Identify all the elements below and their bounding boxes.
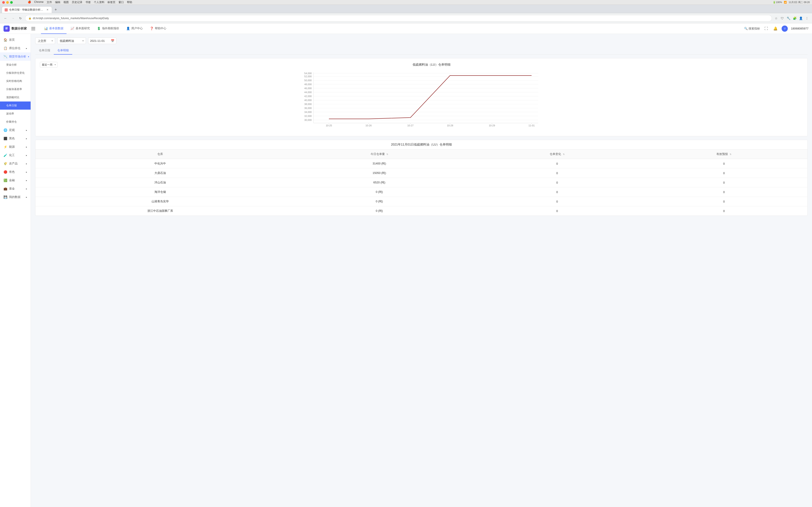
back-btn[interactable]: ← (3, 15, 8, 21)
reload-btn[interactable]: ↻ (18, 15, 23, 21)
sidebar-item-rise-fall[interactable]: 涨跌幅对比 (0, 93, 31, 102)
mac-chrome-menu[interactable]: Chrome (34, 0, 44, 4)
svg-text:11-01: 11-01 (528, 124, 535, 127)
nav-item-basic-data[interactable]: 📊 基本面数据 (41, 23, 66, 34)
sidebar-group-energy[interactable]: ⚡ 能源 ▸ (0, 143, 31, 151)
sidebar-item-warehouse-daily[interactable]: 仓单日报 (0, 102, 31, 110)
new-tab-btn[interactable]: + (53, 7, 59, 12)
black-icon: ⬛ (4, 137, 7, 140)
sidebar-group-agri[interactable]: 🌾 农产品 ▸ (0, 159, 31, 168)
mac-view-menu[interactable]: 视图 (63, 0, 69, 4)
mac-file-menu[interactable]: 文件 (47, 0, 52, 4)
mac-tabs-menu[interactable]: 标签页 (107, 0, 115, 4)
exchange-filter[interactable]: 上交所 大商所 郑商所 中金所 ▼ (35, 38, 55, 44)
chart-line (329, 75, 531, 119)
mac-minimize-btn[interactable] (6, 1, 9, 4)
sort-forecast-icon[interactable]: ⇅ (729, 153, 731, 156)
macro-icon: 🌐 (4, 128, 7, 132)
cell-change-2: 0 (474, 178, 641, 187)
finance-icon: 💹 (4, 178, 7, 182)
mac-fullscreen-btn[interactable] (10, 1, 13, 4)
table-title: 2021年11月01日低硫燃料油（LU）仓单明细 (36, 140, 807, 150)
sidebar-group-fund[interactable]: 💼 基金 ▸ (0, 184, 31, 193)
sidebar-group-black[interactable]: ⬛ 黑色 ▸ (0, 134, 31, 143)
fullscreen-btn[interactable]: ⛶ (763, 25, 769, 32)
sidebar-group-positions[interactable]: 📋 席位持仓 ▸ (0, 44, 31, 52)
sidebar-item-volatility[interactable]: 波动率 (0, 110, 31, 118)
cell-warehouse-3: 海洋仓储 (36, 187, 285, 197)
period-select-wrap[interactable]: 最近一周 最近一月 最近三月 ▼ (40, 62, 57, 68)
calendar-icon[interactable]: 📅 (111, 39, 114, 43)
sidebar-group-metals[interactable]: 🔴 有色 ▸ (0, 168, 31, 176)
sidebar-group-finance[interactable]: 💹 金融 ▸ (0, 176, 31, 184)
metals-chevron: ▸ (26, 171, 27, 173)
sidebar-group-chemical[interactable]: 🧪 化工 ▸ (0, 151, 31, 159)
mac-help-menu[interactable]: 帮助 (127, 0, 132, 4)
forward-btn[interactable]: → (10, 15, 16, 21)
nav-item-user[interactable]: 👤 用户中心 (123, 23, 146, 34)
user-avatar[interactable]: U (781, 25, 788, 32)
mac-edit-menu[interactable]: 编辑 (55, 0, 60, 4)
app-container: 析 数据分析家 📊 基本面数据 📈 基本面研究 💲 场外期权报价 👤 用 (0, 23, 812, 507)
cell-today-qty-2: 6520 (吨) (285, 178, 474, 187)
mac-close-btn[interactable] (2, 1, 5, 4)
shield-icon[interactable]: 🛡 (780, 16, 785, 21)
nav-item-help[interactable]: ❓ 帮助中心 (147, 23, 169, 34)
col-warehouse: 仓库 (36, 150, 285, 159)
nav-basic-data-icon: 📊 (44, 26, 48, 30)
profile-icon[interactable]: 👤 (798, 16, 803, 21)
sidebar-item-price-volume[interactable]: 价量持仓 (0, 118, 31, 126)
mac-profile-menu[interactable]: 个人资料 (94, 0, 104, 4)
mac-window-controls[interactable] (2, 1, 13, 4)
menu-icon[interactable]: ⋮ (805, 16, 809, 21)
svg-text:44,000: 44,000 (304, 91, 312, 94)
commodity-filter[interactable]: 低硫燃料油 螺纹钢 原油 天然橡胶 ▼ (57, 38, 86, 44)
sort-change-icon[interactable]: ⇅ (563, 153, 565, 156)
sidebar-group-mydata[interactable]: 💾 我的数据 ▸ (0, 193, 31, 201)
tab-close-btn[interactable]: ✕ (46, 8, 49, 12)
sidebar-item-sector-change[interactable]: 分板块持仓变化 (0, 69, 31, 77)
exchange-select[interactable]: 上交所 大商所 郑商所 中金所 (35, 38, 55, 44)
commodity-select[interactable]: 低硫燃料油 螺纹钢 原油 天然橡胶 (57, 38, 86, 44)
cell-warehouse-1: 大鼎石油 (36, 168, 285, 178)
nav-logo: 析 数据分析家 (4, 25, 27, 32)
sidebar-group-macro[interactable]: 🌐 宏观 ▸ (0, 126, 31, 134)
sidebar-item-capital[interactable]: 资金分析 (0, 61, 31, 69)
chrome-active-tab[interactable]: 仓单日报 - 华融达数据分析系统 ✕ (2, 6, 52, 13)
date-filter[interactable]: 📅 (88, 38, 116, 44)
nav-item-options[interactable]: 💲 场外期权报价 (94, 23, 122, 34)
data-table: 仓库 今日仓单量 ⇅ 仓单变化 ⇅ 有效预报 (36, 150, 807, 216)
mac-window-menu[interactable]: 窗口 (118, 0, 124, 4)
svg-text:10-25: 10-25 (326, 124, 332, 127)
toolbar-icons: ☆ 🛡 🔧 🧩 👤 ⋮ (774, 16, 809, 21)
extension-icon2[interactable]: 🧩 (792, 16, 797, 21)
period-select[interactable]: 最近一周 最近一月 最近三月 (40, 62, 57, 68)
col-change: 仓单变化 ⇅ (474, 150, 641, 159)
url-text: dt.hrrdqh.com/analysis_futures_markets/W… (33, 17, 109, 20)
nav-help-icon: ❓ (150, 26, 154, 30)
mac-bookmarks-menu[interactable]: 书签 (86, 0, 91, 4)
notification-btn[interactable]: 🔔 (772, 25, 778, 32)
nav-item-research[interactable]: 📈 基本面研究 (67, 23, 93, 34)
svg-text:10-29: 10-29 (489, 124, 495, 127)
sidebar-item-basis-rate[interactable]: 分板块基差率 (0, 85, 31, 93)
tab-daily-detail[interactable]: 仓单明细 (54, 47, 72, 55)
mac-history-menu[interactable]: 历史记录 (72, 0, 83, 4)
agri-chevron: ▸ (26, 163, 27, 165)
extension-icon1[interactable]: 🔧 (786, 16, 791, 21)
sidebar-item-price-structure[interactable]: 实时价格结构 (0, 77, 31, 85)
svg-text:30,000: 30,000 (304, 119, 312, 121)
nav-hamburger-btn[interactable] (31, 25, 38, 32)
mydata-chevron: ▸ (26, 196, 27, 199)
svg-text:42,000: 42,000 (304, 95, 312, 98)
mac-apple-menu[interactable]: 🍎 (28, 0, 31, 4)
sidebar-item-home[interactable]: 🏠 首页 (0, 36, 31, 44)
url-bar[interactable]: 🔒 dt.hrrdqh.com/analysis_futures_markets… (25, 15, 772, 21)
date-input[interactable] (90, 39, 110, 43)
bookmark-icon[interactable]: ☆ (774, 16, 778, 21)
tab-daily-report[interactable]: 仓单日报 (35, 47, 54, 55)
search-btn[interactable]: 🔍 搜索指标 (744, 26, 760, 31)
svg-text:10-27: 10-27 (407, 124, 413, 127)
sidebar-group-futures-analysis[interactable]: 📉 期货市场分析 ▾ (0, 52, 31, 61)
sort-today-qty-icon[interactable]: ⇅ (387, 153, 388, 156)
